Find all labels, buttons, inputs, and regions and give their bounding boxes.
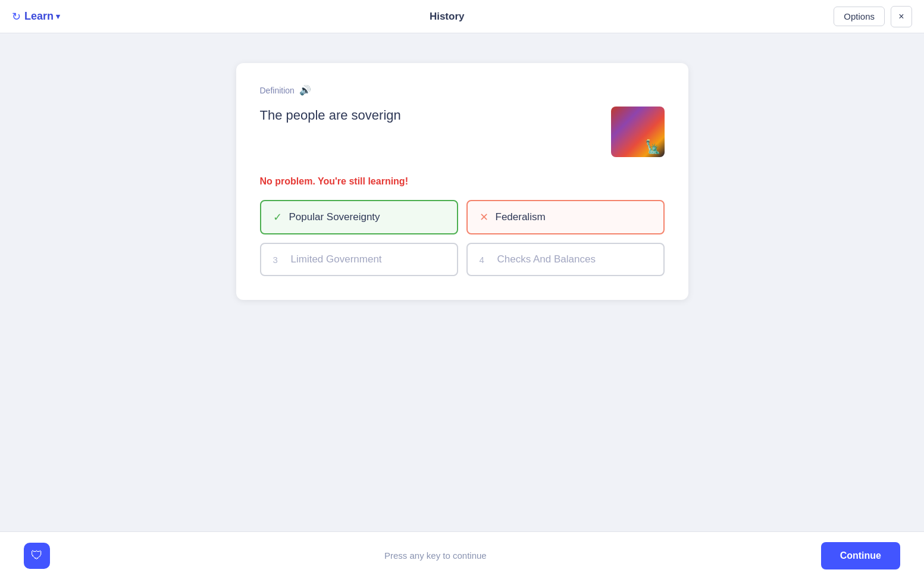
- x-icon: ✕: [480, 211, 488, 224]
- definition-content: The people are soverign: [260, 107, 665, 157]
- main-content: Definition 🔊 The people are soverign No …: [0, 33, 924, 531]
- option-1-label: Popular Sovereignty: [289, 211, 380, 223]
- shield-icon: 🛡: [31, 549, 43, 562]
- option-4-label: Checks And Balances: [497, 253, 596, 265]
- option-4-number: 4: [480, 255, 490, 265]
- chevron-down-icon: ▾: [56, 12, 60, 21]
- header-left: ↻ Learn ▾: [12, 10, 60, 23]
- definition-text: The people are soverign: [260, 107, 611, 125]
- option-4-button[interactable]: 4 Checks And Balances: [466, 243, 665, 276]
- refresh-icon[interactable]: ↻: [12, 10, 21, 23]
- header-right: Options ×: [834, 6, 912, 27]
- press-continue-text: Press any key to continue: [384, 550, 487, 561]
- option-2-button[interactable]: ✕ Federalism: [466, 200, 665, 234]
- option-2-label: Federalism: [496, 211, 546, 223]
- sound-icon[interactable]: 🔊: [299, 84, 311, 96]
- options-button[interactable]: Options: [834, 7, 885, 26]
- header: ↻ Learn ▾ History Options ×: [0, 0, 924, 33]
- option-3-button[interactable]: 3 Limited Government: [260, 243, 458, 276]
- close-button[interactable]: ×: [891, 6, 912, 27]
- footer: 🛡 Press any key to continue Continue: [0, 531, 924, 579]
- option-3-label: Limited Government: [291, 253, 382, 265]
- definition-label-text: Definition: [260, 86, 295, 95]
- options-grid: ✓ Popular Sovereignty ✕ Federalism 3 Lim…: [260, 200, 665, 276]
- continue-button[interactable]: Continue: [821, 542, 900, 569]
- option-3-number: 3: [273, 255, 284, 265]
- learn-label: Learn: [24, 10, 54, 23]
- question-card: Definition 🔊 The people are soverign No …: [236, 63, 688, 300]
- definition-label-row: Definition 🔊: [260, 84, 665, 96]
- option-1-button[interactable]: ✓ Popular Sovereignty: [260, 200, 458, 234]
- check-icon: ✓: [273, 211, 282, 224]
- definition-image: [611, 107, 665, 157]
- page-title: History: [430, 11, 465, 23]
- shield-badge: 🛡: [24, 543, 50, 569]
- learn-button[interactable]: Learn ▾: [24, 10, 60, 23]
- feedback-message: No problem. You're still learning!: [260, 176, 665, 187]
